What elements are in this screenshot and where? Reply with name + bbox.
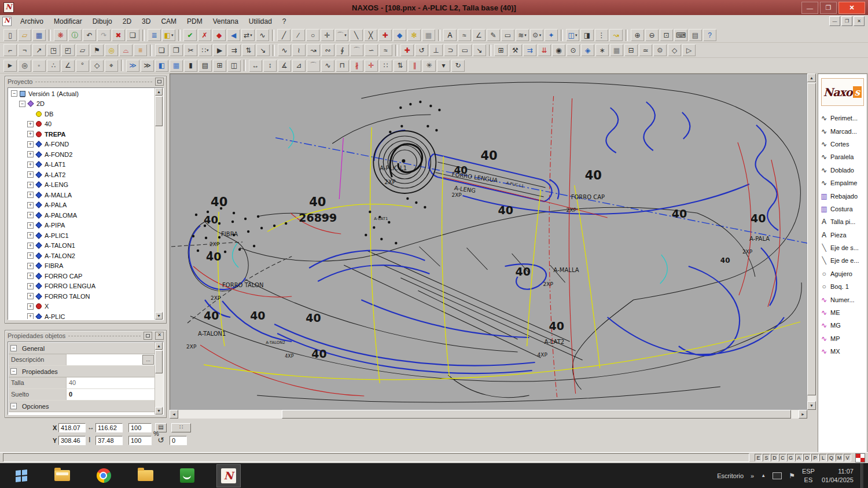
tool-cortes[interactable]: ∿Cortes: [818, 138, 867, 151]
tree-item-a-talon2[interactable]: +A-TALON2: [9, 251, 155, 261]
diamond-sm-icon[interactable]: ◇: [90, 60, 104, 72]
swap-v-icon[interactable]: ⇅: [393, 60, 407, 72]
ff-dark-icon[interactable]: ≫: [141, 60, 154, 72]
layers-icon[interactable]: ≣: [148, 29, 161, 41]
flag-tool-icon[interactable]: ⚑: [90, 44, 104, 56]
status-flag-m[interactable]: M: [836, 454, 843, 461]
tool-mx[interactable]: ∿MX: [818, 345, 867, 358]
language-indicator[interactable]: ESP ES: [802, 467, 815, 484]
dots-icon[interactable]: ∷▾: [198, 44, 212, 56]
expand-icon[interactable]: +: [27, 182, 34, 188]
tool-numer[interactable]: ∿Numer...: [818, 293, 867, 306]
mdi-close-button[interactable]: ✕: [854, 16, 865, 26]
tree-item-40[interactable]: +40: [9, 119, 155, 130]
tool-doblado[interactable]: ∿Doblado: [818, 164, 867, 177]
table-icon[interactable]: ⊞: [494, 44, 507, 56]
publish-icon[interactable]: ❋: [54, 29, 67, 41]
property-section-propiedades[interactable]: −Propiedades: [9, 366, 155, 377]
taskbar-naxos-active[interactable]: N: [216, 464, 241, 487]
rect-tool-icon[interactable]: ▭: [501, 29, 514, 41]
gear2-icon[interactable]: ⚙: [653, 44, 667, 56]
cad-drawing[interactable]: 404040268994040404040404040404040404040A…: [170, 74, 807, 410]
diamond-frame-icon[interactable]: ◈: [581, 44, 594, 56]
properties-scrollbar[interactable]: ▲ ▼: [155, 342, 163, 414]
subset-icon[interactable]: ⊃: [444, 44, 457, 56]
flip-v-icon[interactable]: ⇅: [242, 44, 255, 56]
rect2-icon[interactable]: ▭: [458, 44, 472, 56]
tray-flag-icon[interactable]: ⚑: [789, 472, 795, 480]
refresh-icon[interactable]: ↻: [451, 60, 465, 72]
transform-grid-icon[interactable]: ∷: [171, 423, 191, 432]
magnet-icon[interactable]: ⌓: [119, 44, 133, 56]
expand-icon[interactable]: +: [27, 141, 34, 148]
cells-icon[interactable]: ⊞: [213, 60, 226, 72]
prev-icon[interactable]: ◀: [227, 29, 240, 41]
tool-eje-de-e[interactable]: ╲Eje de e...: [818, 254, 867, 267]
box-corner2-icon[interactable]: ◰: [61, 44, 75, 56]
show-desktop-button[interactable]: [860, 463, 863, 488]
tree-item-a-plic[interactable]: +A-PLIC: [9, 311, 155, 319]
panel-close-icon[interactable]: ✕: [155, 332, 164, 340]
property-section-general[interactable]: −General: [9, 343, 155, 354]
zoom-v-input[interactable]: 100: [128, 436, 152, 445]
diag-icon[interactable]: ↘: [256, 44, 270, 56]
s-curve-icon[interactable]: ∽: [365, 44, 378, 56]
squiggle-icon[interactable]: ∿: [256, 29, 269, 41]
star2-icon[interactable]: ✳: [422, 60, 436, 72]
taskbar-chrome[interactable]: [91, 464, 116, 487]
delete-icon[interactable]: ✖: [112, 29, 125, 41]
tree-item-2d[interactable]: −2D: [9, 99, 155, 109]
menu-item-[interactable]: ?: [277, 16, 292, 27]
zoom-h-input[interactable]: 100: [128, 423, 152, 432]
desktop-toolbar-label[interactable]: Escritorio: [717, 472, 744, 479]
collapse-icon[interactable]: −: [10, 403, 17, 409]
text-tool-icon[interactable]: A: [443, 29, 457, 41]
calculator-icon[interactable]: ▦: [170, 60, 183, 72]
mirror-icon[interactable]: ◨: [580, 29, 594, 41]
menu-item-ventana[interactable]: Ventana: [208, 16, 244, 27]
arrows-blue-icon[interactable]: ⇉: [523, 44, 536, 56]
position-icon[interactable]: ⌖: [105, 60, 118, 72]
not-parallel-icon[interactable]: ∦: [350, 60, 363, 72]
skew-icon[interactable]: ▱: [76, 44, 89, 56]
tool-boq-1[interactable]: ○Boq. 1: [818, 280, 867, 293]
tool-mg[interactable]: ∿MG: [818, 319, 867, 332]
info-icon[interactable]: ⓘ: [68, 29, 82, 41]
plus2-icon[interactable]: ✚: [400, 44, 414, 56]
scroll-down-icon[interactable]: ▼: [155, 312, 163, 320]
confirm-icon[interactable]: ✔: [183, 29, 197, 41]
tree-item-forro-cap[interactable]: +FORRO CAP: [9, 271, 155, 281]
tray-expand-icon[interactable]: ▲: [761, 473, 766, 478]
target-yellow-icon[interactable]: ◎: [105, 44, 118, 56]
step-icon[interactable]: ⇉: [227, 44, 241, 56]
angle-tool-icon[interactable]: ∠: [472, 29, 486, 41]
box-corner-icon[interactable]: ◳: [47, 44, 60, 56]
drop-icon[interactable]: ▾: [437, 60, 450, 72]
diamond-red-icon[interactable]: ◆: [212, 29, 226, 41]
list-icon[interactable]: ⋮: [595, 29, 608, 41]
y-coordinate-input[interactable]: 308.46: [58, 436, 86, 445]
measure-h-icon[interactable]: ↔: [249, 60, 262, 72]
tool-marcad[interactable]: ∿Marcad...: [818, 124, 867, 137]
plus-red-icon[interactable]: ✚: [378, 29, 392, 41]
menu-item-modificar[interactable]: Modificar: [49, 16, 87, 27]
tree-item-versi-n-1-actual[interactable]: −Versión 1 (Actual): [9, 89, 155, 99]
mdi-restore-button[interactable]: ❐: [841, 16, 852, 26]
tree-item-a-leng[interactable]: +A-LENG: [9, 180, 155, 190]
canvas-horizontal-scrollbar[interactable]: ◄ ►: [170, 410, 807, 419]
collapse-icon[interactable]: −: [10, 368, 17, 375]
tool-talla-pi[interactable]: ATalla pi...: [818, 215, 867, 228]
field-value[interactable]: 0: [67, 389, 155, 400]
play-icon[interactable]: ▶: [213, 44, 226, 56]
status-flag-s[interactable]: S: [763, 454, 770, 461]
expand-icon[interactable]: +: [27, 162, 34, 168]
views-icon[interactable]: ◫▾: [566, 29, 579, 41]
expand-icon[interactable]: +: [27, 313, 34, 319]
tree-item-trepa[interactable]: +TREPA: [9, 129, 155, 140]
status-red-grid-icon[interactable]: [855, 453, 865, 463]
perpendicular-icon[interactable]: ⊥: [429, 44, 443, 56]
circle-tool-icon[interactable]: ○: [306, 29, 319, 41]
expand-icon[interactable]: +: [27, 263, 34, 269]
wave-arrow-icon[interactable]: ↝: [609, 29, 623, 41]
tilde-icon[interactable]: ∾: [321, 44, 334, 56]
